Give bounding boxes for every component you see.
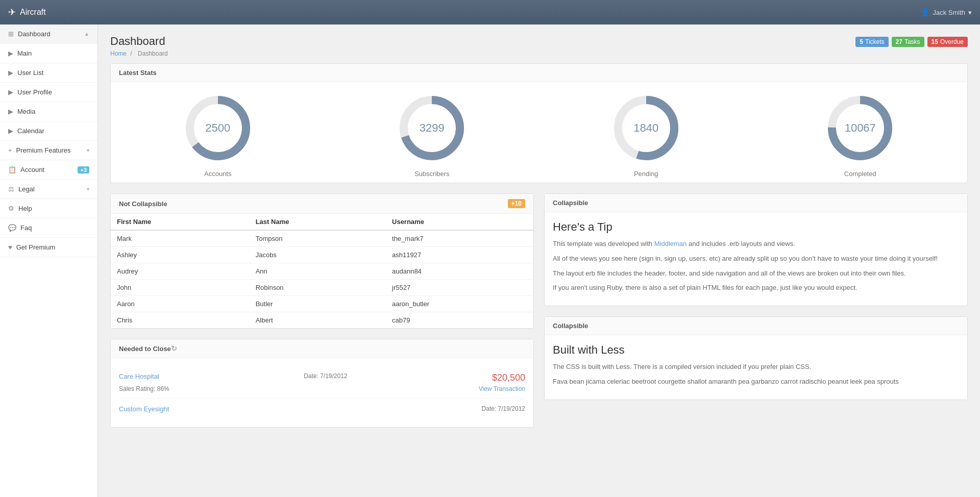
sidebar-item-legal[interactable]: ⚖ Legal ▾ <box>0 180 97 199</box>
tickets-badge[interactable]: 5 Tickets <box>855 37 888 47</box>
table-header-row: First Name Last Name Username <box>111 214 533 230</box>
overdue-label: Overdue <box>940 38 964 45</box>
collapsible-built-card: Collapsible Built with Less The CSS is b… <box>544 316 968 400</box>
help-icon: ⚙ <box>8 205 14 212</box>
legal-icon: ⚖ <box>8 185 14 193</box>
cell-first-name: John <box>111 280 250 296</box>
sidebar-item-account[interactable]: 📋 Account +3 <box>0 160 97 180</box>
sidebar-item-get-premium[interactable]: ♥ Get Premium <box>0 238 97 257</box>
chevron-up-icon: ▲ <box>84 31 89 37</box>
sidebar-label-help: Help <box>18 205 32 212</box>
user-name: Jack Smith <box>933 9 965 16</box>
completed-value: 10067 <box>845 121 876 135</box>
cell-first-name: Audrey <box>111 263 250 280</box>
table-row: Aaron Butler aaron_butler <box>111 296 533 312</box>
brand[interactable]: ✈ Aircraft <box>8 7 46 18</box>
table-row: John Robinson jr5527 <box>111 280 533 296</box>
dashboard-icon: ⊞ <box>8 30 14 38</box>
premium-icon: + <box>8 146 12 154</box>
breadcrumb-separator: / <box>130 50 132 57</box>
tip-para-1: All of the views you see here (sign in, … <box>553 254 959 264</box>
stats-card: Latest Stats 2500 Accounts <box>110 63 968 183</box>
sidebar-label-calendar: Calendar <box>17 127 44 135</box>
view-transaction-link[interactable]: View Transaction <box>479 385 525 392</box>
user-icon: 👤 <box>921 8 929 16</box>
sidebar-label-legal: Legal <box>18 185 35 193</box>
cell-username: the_mark7 <box>386 230 533 247</box>
needed-date: Date: 7/19/2012 <box>482 405 525 412</box>
cell-first-name: Mark <box>111 230 250 247</box>
sidebar-item-user-list[interactable]: ▶ User List <box>0 63 97 83</box>
sidebar-item-calendar[interactable]: ▶ Calendar <box>0 121 97 141</box>
col-last-name: Last Name <box>250 214 386 230</box>
cell-first-name: Ashley <box>111 247 250 263</box>
needed-title: Needed to Close <box>119 345 171 353</box>
cell-last-name: Tompson <box>250 230 386 247</box>
table-row: Audrey Ann audann84 <box>111 263 533 280</box>
cell-last-name: Robinson <box>250 280 386 296</box>
not-collapsible-card: Not Collapsible +10 First Name Last Name… <box>110 193 534 329</box>
needed-date: Date: 7/19/2012 <box>304 372 347 380</box>
not-collapsible-title: Not Collapsible <box>119 200 167 208</box>
pending-label: Pending <box>634 170 658 178</box>
sidebar-label-media: Media <box>17 108 35 115</box>
sidebar-item-faq[interactable]: 💬 Faq <box>0 218 97 238</box>
needed-amount: $20,500 <box>492 372 525 383</box>
sidebar-item-main[interactable]: ▶ Main <box>0 44 97 63</box>
tasks-label: Tasks <box>904 38 920 45</box>
sidebar: ⊞ Dashboard ▲ ▶ Main ▶ User List ▶ User … <box>0 24 98 497</box>
refresh-icon[interactable]: ↻ <box>171 344 177 353</box>
collapsible-built-header: Collapsible <box>545 317 967 335</box>
overdue-count: 15 <box>932 38 938 45</box>
user-menu[interactable]: 👤 Jack Smith ▾ <box>921 8 972 16</box>
sidebar-item-help[interactable]: ⚙ Help <box>0 199 97 218</box>
two-col-section: Not Collapsible +10 First Name Last Name… <box>110 193 968 438</box>
sidebar-item-dashboard[interactable]: ⊞ Dashboard ▲ <box>0 24 97 44</box>
middleman-link[interactable]: Middleman <box>654 240 687 247</box>
needed-to-close-body: Care Hospital Date: 7/19/2012 $20,500 Sa… <box>111 358 533 427</box>
table-row: Mark Tompson the_mark7 <box>111 230 533 247</box>
collapsible-tip-header: Collapsible <box>545 194 967 212</box>
donut-accounts: 2500 <box>182 92 254 164</box>
cell-last-name: Jacobs <box>250 247 386 263</box>
needed-row: Care Hospital Date: 7/19/2012 $20,500 Sa… <box>119 366 525 399</box>
page-title: Dashboard <box>110 35 170 48</box>
header-badges: 5 Tickets 27 Tasks 15 Overdue <box>855 37 968 47</box>
sidebar-item-premium-features[interactable]: + Premium Features ▾ <box>0 141 97 160</box>
chevron-down-legal-icon: ▾ <box>87 186 89 192</box>
needed-name[interactable]: Care Hospital <box>119 372 159 380</box>
completed-label: Completed <box>844 170 876 178</box>
needed-row-top: Care Hospital Date: 7/19/2012 $20,500 <box>119 372 525 383</box>
col-username: Username <box>386 214 533 230</box>
table-row: Ashley Jacobs ash11927 <box>111 247 533 263</box>
brand-name: Aircraft <box>20 8 46 17</box>
tickets-count: 5 <box>860 38 863 45</box>
tasks-badge[interactable]: 27 Tasks <box>892 37 924 47</box>
sidebar-item-media[interactable]: ▶ Media <box>0 102 97 121</box>
needed-row-bottom: Sales Rating: 86% View Transaction <box>119 385 525 392</box>
needed-to-close-card: Needed to Close ↻ Care Hospital Date: 7/… <box>110 339 534 428</box>
collapsible-tip-card: Collapsible Here's a Tip This template w… <box>544 193 968 306</box>
donut-pending: 1840 <box>610 92 682 164</box>
user-list-icon: ▶ <box>8 69 13 77</box>
overdue-badge[interactable]: 15 Overdue <box>927 37 968 47</box>
pending-value: 1840 <box>633 121 658 135</box>
calendar-icon: ▶ <box>8 127 13 135</box>
stat-subscribers: 3299 Subscribers <box>396 92 468 178</box>
accounts-label: Accounts <box>204 170 231 178</box>
media-icon: ▶ <box>8 108 13 115</box>
tip-para-0: This template was developed with Middlem… <box>553 239 959 250</box>
needed-name[interactable]: Custom Eyesight <box>119 405 169 413</box>
sidebar-item-user-profile[interactable]: ▶ User Profile <box>0 83 97 102</box>
cell-username: jr5527 <box>386 280 533 296</box>
built-para-1: Fava bean jicama celeriac beetroot courg… <box>553 377 959 387</box>
table-row: Chris Albert cab79 <box>111 312 533 329</box>
sidebar-label-user-list: User List <box>17 69 43 77</box>
breadcrumb-home[interactable]: Home <box>110 50 127 57</box>
subscribers-value: 3299 <box>420 121 445 135</box>
sidebar-label-faq: Faq <box>20 224 32 232</box>
needed-to-close-header: Needed to Close ↻ <box>111 339 533 358</box>
breadcrumb: Home / Dashboard <box>110 50 170 57</box>
cell-first-name: Aaron <box>111 296 250 312</box>
built-para-0: The CSS is built with Less. There is a c… <box>553 362 959 372</box>
